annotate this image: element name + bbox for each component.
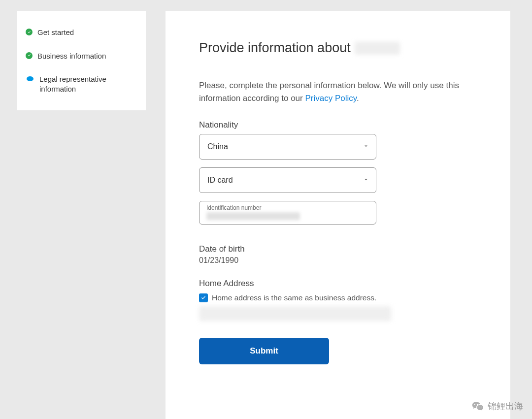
redacted-address	[199, 306, 391, 321]
identification-number-placeholder: Identification number	[206, 204, 369, 211]
page-layout: Get started Business information Legal r…	[0, 0, 532, 419]
step-label: Get started	[37, 28, 74, 37]
step-label: Legal representative information	[39, 74, 139, 94]
redacted-id-number	[206, 212, 300, 220]
dob-value: 01/23/1990	[199, 256, 477, 265]
wechat-icon	[471, 400, 485, 412]
step-label: Business information	[37, 51, 106, 61]
check-circle-icon	[26, 52, 33, 59]
step-legal-representative[interactable]: Legal representative information	[24, 67, 141, 100]
step-business-information[interactable]: Business information	[24, 44, 141, 68]
page-title: Provide information about	[199, 40, 477, 56]
nationality-value[interactable]: China	[199, 134, 376, 160]
home-address-label: Home Address	[199, 279, 477, 289]
identification-number-field[interactable]: Identification number	[199, 201, 376, 225]
same-address-row: Home address is the same as business add…	[199, 293, 477, 302]
form-panel: Provide information about Please, comple…	[166, 11, 510, 419]
step-get-started[interactable]: Get started	[24, 21, 141, 44]
progress-sidebar: Get started Business information Legal r…	[17, 11, 146, 110]
nationality-label: Nationality	[199, 120, 477, 130]
id-type-select[interactable]: ID card	[199, 167, 376, 193]
watermark: 锦鲤出海	[471, 400, 523, 412]
watermark-text: 锦鲤出海	[488, 400, 523, 412]
redacted-name	[355, 42, 400, 55]
title-prefix: Provide information about	[199, 40, 351, 56]
id-type-value[interactable]: ID card	[199, 167, 376, 193]
description-text: Please, complete the personal informatio…	[199, 79, 477, 105]
same-address-checkbox[interactable]	[199, 293, 208, 302]
description-suffix: .	[357, 94, 359, 103]
dob-label: Date of birth	[199, 244, 477, 254]
privacy-policy-link[interactable]: Privacy Policy	[305, 94, 357, 103]
submit-button[interactable]: Submit	[199, 338, 329, 364]
current-step-dot-icon	[27, 76, 33, 81]
same-address-checkbox-label: Home address is the same as business add…	[212, 293, 376, 302]
check-circle-icon	[26, 29, 33, 35]
nationality-select[interactable]: China	[199, 134, 376, 160]
